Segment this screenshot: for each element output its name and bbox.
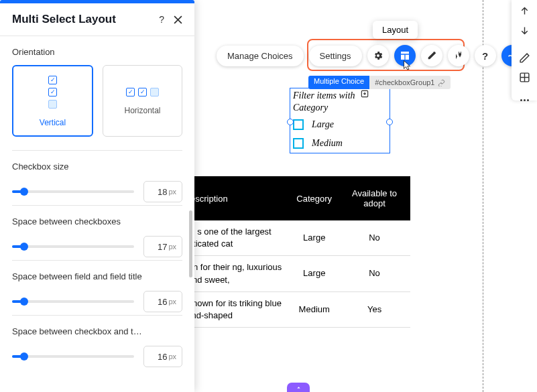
orientation-options: ✓ ✓ ✓ Vertical ✓ ✓ ✓ Horizontal bbox=[12, 65, 182, 137]
orientation-vertical[interactable]: ✓ ✓ ✓ Vertical bbox=[12, 65, 93, 137]
panel-title: Multi Select Layout bbox=[12, 13, 116, 26]
space-checkbox-text-block: Space between checkbox and t… 16px bbox=[12, 315, 182, 370]
element-toolbar: Manage Choices Settings ? bbox=[217, 45, 523, 66]
cell-category: Large bbox=[290, 256, 339, 291]
arrow-down-icon[interactable] bbox=[517, 25, 532, 36]
element-id-label: #checkboxGroup1 bbox=[369, 76, 451, 89]
layout-tooltip: Layout bbox=[373, 21, 418, 39]
option-label: Medium bbox=[312, 138, 343, 149]
space-field-title-label: Space between field and field title bbox=[12, 271, 182, 281]
gear-icon[interactable] bbox=[367, 45, 389, 66]
orientation-label: Orientation bbox=[12, 47, 182, 57]
cell-adopt: No bbox=[339, 256, 410, 291]
close-icon[interactable] bbox=[174, 15, 182, 24]
horizontal-icon: ✓ ✓ ✓ bbox=[126, 88, 159, 96]
vertical-icon: ✓ ✓ ✓ bbox=[48, 76, 57, 109]
space-field-title-input[interactable]: 16px bbox=[143, 291, 182, 312]
cursor-icon bbox=[401, 60, 413, 74]
design-icon[interactable] bbox=[421, 45, 442, 66]
checkbox-size-label: Checkbox size bbox=[12, 161, 182, 172]
import-icon[interactable] bbox=[360, 89, 369, 101]
orientation-horizontal[interactable]: ✓ ✓ ✓ Horizontal bbox=[103, 65, 182, 137]
layout-panel: Multi Select Layout ? Orientation ✓ ✓ ✓ … bbox=[0, 0, 194, 392]
panel-header: Multi Select Layout ? bbox=[0, 3, 194, 36]
checkbox-box[interactable] bbox=[293, 119, 304, 130]
panel-body: Orientation ✓ ✓ ✓ Vertical ✓ ✓ ✓ Horizon… bbox=[0, 36, 194, 392]
grid-icon[interactable] bbox=[517, 72, 532, 83]
checkbox-widget[interactable]: Filter items with Category Large Medium bbox=[290, 88, 390, 153]
horizontal-label: Horizontal bbox=[124, 106, 160, 115]
expand-bottom-icon[interactable] bbox=[287, 383, 310, 392]
checkbox-size-slider[interactable] bbox=[12, 190, 134, 193]
checkbox-box[interactable] bbox=[293, 138, 304, 149]
space-checkbox-text-slider[interactable] bbox=[12, 355, 134, 358]
cell-adopt: Yes bbox=[339, 291, 410, 327]
animation-icon[interactable] bbox=[448, 45, 469, 66]
space-checkbox-text-input[interactable]: 16px bbox=[143, 346, 182, 367]
more-icon[interactable] bbox=[517, 99, 532, 101]
link-icon bbox=[438, 79, 445, 86]
vertical-label: Vertical bbox=[40, 118, 66, 127]
panel-scrollbar[interactable] bbox=[189, 210, 192, 277]
manage-choices-button[interactable]: Manage Choices bbox=[217, 46, 304, 66]
col-category: Category bbox=[290, 176, 339, 220]
settings-button[interactable]: Settings bbox=[309, 46, 362, 66]
widget-option-large[interactable]: Large bbox=[290, 115, 390, 134]
space-field-title-slider[interactable] bbox=[12, 300, 134, 303]
cell-category: Large bbox=[290, 220, 339, 256]
space-checkboxes-slider[interactable] bbox=[12, 245, 134, 248]
checkbox-size-input[interactable]: 18px bbox=[143, 181, 182, 202]
pencil-icon[interactable] bbox=[517, 52, 532, 64]
help-icon[interactable]: ? bbox=[159, 14, 164, 25]
col-available: Available to adopt bbox=[339, 176, 410, 220]
space-checkbox-text-label: Space between checkbox and t… bbox=[12, 326, 182, 336]
checkbox-size-block: Checkbox size 18px bbox=[12, 150, 182, 205]
space-field-title-block: Space between field and field title 16px bbox=[12, 260, 182, 315]
space-checkboxes-input[interactable]: 17px bbox=[143, 236, 182, 257]
element-type-badge: Multiple Choice bbox=[308, 76, 369, 89]
cell-category: Medium bbox=[290, 291, 339, 327]
element-label: Multiple Choice #checkboxGroup1 bbox=[308, 76, 451, 89]
cell-adopt: No bbox=[339, 220, 410, 256]
right-toolbar bbox=[512, 0, 537, 101]
arrow-up-icon[interactable] bbox=[517, 5, 532, 17]
option-label: Large bbox=[312, 119, 334, 130]
widget-title: Filter items with Category bbox=[290, 88, 390, 115]
space-checkboxes-block: Space between checkboxes 17px bbox=[12, 205, 182, 260]
widget-option-medium[interactable]: Medium bbox=[290, 134, 390, 153]
space-checkboxes-label: Space between checkboxes bbox=[12, 216, 182, 226]
help-circle-icon[interactable]: ? bbox=[475, 45, 496, 66]
